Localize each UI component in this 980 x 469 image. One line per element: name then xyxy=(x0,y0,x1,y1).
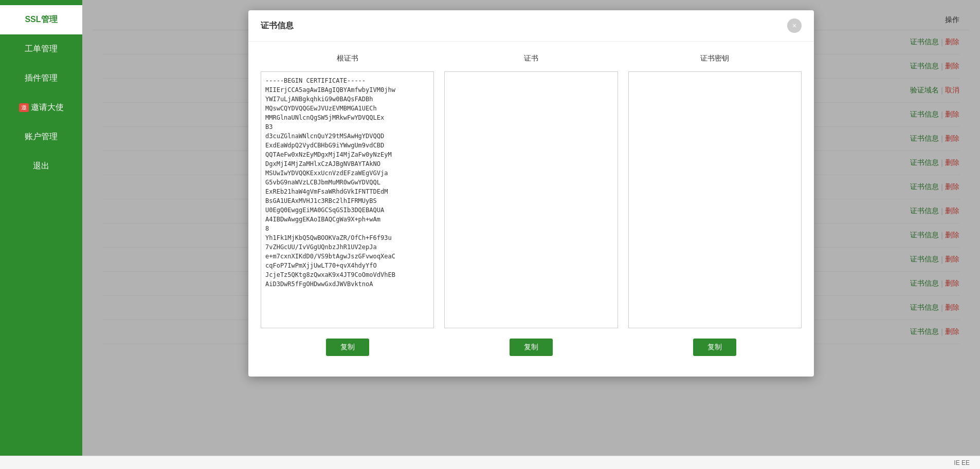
sidebar-item-plugin[interactable]: 插件管理 xyxy=(0,64,82,93)
sidebar-item-account[interactable]: 账户管理 xyxy=(0,122,82,152)
modal-body: 根证书复制证书复制证书密钥复制 xyxy=(248,42,814,361)
cert-panel-label-cert-key: 证书密钥 xyxy=(700,54,729,63)
sidebar-item-work-order-label: 工单管理 xyxy=(25,44,58,53)
cert-panel-label-cert: 证书 xyxy=(524,54,538,63)
cert-textarea-cert-key[interactable] xyxy=(628,71,802,328)
modal-header: 证书信息 × xyxy=(248,10,814,42)
modal-title: 证书信息 xyxy=(261,21,294,31)
copy-button-root-cert[interactable]: 复制 xyxy=(326,339,369,356)
sidebar-item-ssl[interactable]: SSL管理 xyxy=(0,5,82,34)
sidebar-item-logout-label: 退出 xyxy=(33,161,49,170)
sidebar-item-logout[interactable]: 退出 xyxy=(0,152,82,181)
sidebar-item-work-order[interactable]: 工单管理 xyxy=(0,34,82,64)
modal-overlay[interactable]: 证书信息 × 根证书复制证书复制证书密钥复制 xyxy=(82,0,980,469)
cert-textarea-cert[interactable] xyxy=(444,71,618,328)
cert-panel-root-cert: 根证书复制 xyxy=(261,54,434,356)
bottom-bar: IE EE xyxy=(0,456,980,469)
sidebar-item-account-label: 账户管理 xyxy=(25,132,58,141)
invite-badge: 邀 xyxy=(19,103,29,112)
cert-panel-cert: 证书复制 xyxy=(444,54,618,356)
sidebar-item-invite-label: 邀请大使 xyxy=(31,103,64,111)
bottom-bar-text: IE EE xyxy=(954,459,970,466)
copy-button-cert[interactable]: 复制 xyxy=(510,339,553,356)
sidebar: SSL管理 工单管理 插件管理 邀邀请大使 账户管理 退出 xyxy=(0,0,82,469)
sidebar-item-plugin-label: 插件管理 xyxy=(25,73,58,82)
cert-textarea-root-cert[interactable] xyxy=(261,71,434,328)
cert-panel-cert-key: 证书密钥复制 xyxy=(628,54,802,356)
main-content: 操作 证书信息|删除证书信息|删除验证域名|取消证书信息|删除证书信息|删除证书… xyxy=(82,0,980,469)
copy-button-cert-key[interactable]: 复制 xyxy=(693,339,736,356)
modal: 证书信息 × 根证书复制证书复制证书密钥复制 xyxy=(248,10,814,377)
modal-close-button[interactable]: × xyxy=(787,18,802,33)
cert-panel-label-root-cert: 根证书 xyxy=(337,54,358,63)
sidebar-item-ssl-label: SSL管理 xyxy=(25,15,57,24)
sidebar-item-invite[interactable]: 邀邀请大使 xyxy=(0,93,82,122)
